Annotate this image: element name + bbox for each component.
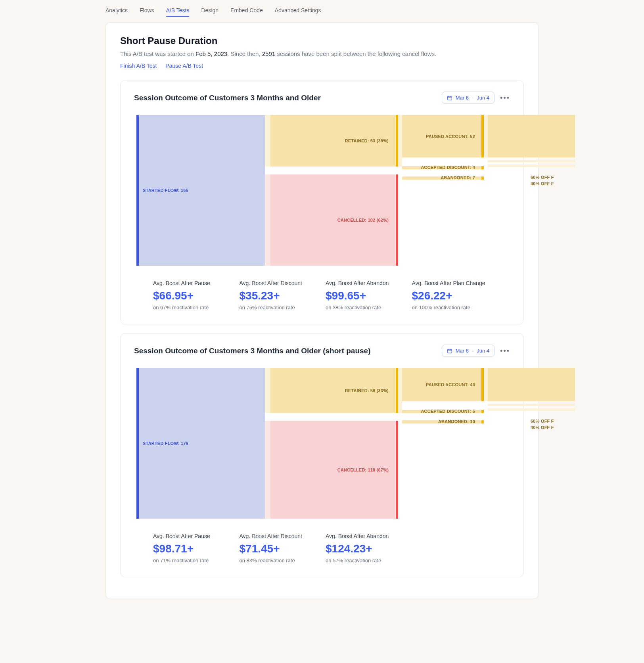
boost-label: Avg. Boost After Pause	[153, 280, 232, 286]
boost-label: Avg. Boost After Discount	[240, 280, 319, 286]
offer-40-label: 40% OFF F	[531, 181, 554, 186]
boost-stat: Avg. Boost After Discount$35.23+on 75% r…	[240, 280, 319, 310]
retained-label: RETAINED: 63 (38%)	[345, 138, 393, 143]
boost-value: $26.22+	[412, 289, 491, 302]
boost-stat: Avg. Boost After Plan Change$26.22+on 10…	[412, 280, 491, 310]
tail-block	[488, 115, 575, 157]
started-flow-label: STARTED FLOW: 176	[143, 441, 188, 446]
tail-block	[488, 368, 575, 401]
ribbon	[265, 174, 270, 266]
boost-label: Avg. Boost After Plan Change	[412, 280, 491, 286]
session-count: 2591	[262, 50, 275, 57]
boost-value: $35.23+	[240, 289, 319, 302]
sub-suffix: sessions have been split between the fol…	[275, 50, 436, 57]
retained-label: RETAINED: 58 (33%)	[345, 388, 393, 393]
panel-actions: Mar 6 - Jun 4 •••	[442, 345, 510, 357]
tail-ribbon	[488, 160, 575, 162]
boost-stat: Avg. Boost After Pause$66.95+on 67% reac…	[153, 280, 232, 310]
boost-value: $66.95+	[153, 289, 232, 302]
panel-actions: Mar 6 - Jun 4 •••	[442, 92, 510, 104]
calendar-icon	[447, 95, 452, 101]
ribbon	[265, 115, 270, 167]
page-subtitle: This A/B test was started on Feb 5, 2023…	[120, 50, 524, 57]
boost-stat: Avg. Boost After Discount$71.45+on 83% r…	[240, 533, 319, 563]
started-flow-bar	[136, 115, 139, 266]
boost-value: $98.71+	[153, 542, 232, 555]
boost-label: Avg. Boost After Pause	[153, 533, 232, 539]
boost-value: $99.65+	[326, 289, 405, 302]
boost-label: Avg. Boost After Abandon	[326, 280, 405, 286]
abandoned-bar	[481, 420, 484, 423]
ribbon	[265, 368, 270, 413]
tab-embed-code[interactable]: Embed Code	[230, 7, 263, 17]
cancelled-bar	[396, 174, 398, 266]
ribbon	[484, 115, 488, 157]
tab-flows[interactable]: Flows	[140, 7, 154, 17]
accepted-discount-label: ACCEPTED DISCOUNT: 5	[421, 409, 479, 414]
page-title: Short Pause Duration	[120, 35, 524, 46]
date-range-picker[interactable]: Mar 6 - Jun 4	[442, 92, 494, 104]
boost-stat: Avg. Boost After Abandon$124.23+on 57% r…	[326, 533, 405, 563]
date-from: Mar 6	[456, 95, 469, 101]
abandoned-label: ABANDONED: 7	[441, 175, 479, 180]
boost-grid-a: Avg. Boost After Pause$66.95+on 67% reac…	[153, 280, 491, 310]
date-to: Jun 4	[477, 95, 489, 101]
sankey-chart-b: STARTED FLOW: 176RETAINED: 58 (33%)CANCE…	[134, 368, 510, 519]
sub-mid: . Since then,	[227, 50, 262, 57]
paused-account-label: PAUSED ACCOUNT: 43	[426, 382, 479, 387]
tail-ribbon	[488, 408, 575, 411]
boost-grid-b: Avg. Boost After Pause$98.71+on 71% reac…	[153, 533, 491, 563]
boost-sub: on 75% reactivation rate	[240, 305, 319, 310]
cancelled-bar	[396, 421, 398, 519]
tab-analytics[interactable]: Analytics	[105, 7, 128, 17]
boost-stat: Avg. Boost After Pause$98.71+on 71% reac…	[153, 533, 232, 563]
date-dash: -	[472, 95, 473, 101]
tab-advanced-settings[interactable]: Advanced Settings	[275, 7, 321, 17]
date-range-picker[interactable]: Mar 6 - Jun 4	[442, 345, 494, 357]
cancelled-label: CANCELLED: 102 (62%)	[337, 218, 393, 222]
abandoned-label: ABANDONED: 10	[438, 419, 479, 424]
ribbon	[265, 421, 270, 519]
tab-ab-tests[interactable]: A/B Tests	[166, 7, 190, 17]
sankey-chart-a: STARTED FLOW: 165RETAINED: 63 (38%)CANCE…	[134, 115, 510, 266]
started-flow-bar	[136, 368, 139, 519]
boost-sub: on 83% reactivation rate	[240, 558, 319, 563]
action-links: Finish A/B Test Pause A/B Test	[120, 63, 524, 69]
ribbon	[398, 115, 402, 167]
boost-value: $71.45+	[240, 542, 319, 555]
paused-account-label: PAUSED ACCOUNT: 52	[426, 134, 479, 139]
boost-sub: on 71% reactivation rate	[153, 558, 232, 563]
panel-variant-a: Session Outcome of Customers 3 Months an…	[120, 80, 524, 324]
date-to: Jun 4	[477, 348, 489, 354]
main-card: Short Pause Duration This A/B test was s…	[105, 22, 539, 599]
tail-ribbon	[488, 404, 575, 406]
svg-rect-1	[447, 349, 452, 353]
more-menu-icon[interactable]: •••	[500, 94, 510, 102]
ribbon	[398, 368, 402, 413]
tail-ribbon	[488, 165, 575, 167]
finish-ab-test-link[interactable]: Finish A/B Test	[120, 63, 157, 69]
accepted-discount-bar	[481, 410, 484, 413]
pause-ab-test-link[interactable]: Pause A/B Test	[165, 63, 203, 69]
panel-title: Session Outcome of Customers 3 Months an…	[134, 94, 321, 102]
date-dash: -	[472, 348, 473, 354]
sub-prefix: This A/B test was started on	[120, 50, 196, 57]
start-date: Feb 5, 2023	[196, 50, 227, 57]
abandoned-bar	[481, 176, 484, 180]
tabs: Analytics Flows A/B Tests Design Embed C…	[105, 0, 539, 22]
boost-sub: on 57% reactivation rate	[326, 558, 405, 563]
more-menu-icon[interactable]: •••	[500, 347, 510, 354]
cancelled-label: CANCELLED: 118 (67%)	[337, 468, 393, 472]
started-flow-label: STARTED FLOW: 165	[143, 188, 188, 193]
calendar-icon	[447, 348, 452, 354]
tab-design[interactable]: Design	[201, 7, 218, 17]
offer-40-label: 40% OFF F	[531, 425, 554, 430]
offer-60-label: 60% OFF F	[531, 175, 554, 180]
boost-sub: on 38% reactivation rate	[326, 305, 405, 310]
boost-label: Avg. Boost After Discount	[240, 533, 319, 539]
date-from: Mar 6	[456, 348, 469, 354]
boost-value: $124.23+	[326, 542, 405, 555]
panel-variant-b: Session Outcome of Customers 3 Months an…	[120, 333, 524, 577]
boost-stat: Avg. Boost After Abandon$99.65+on 38% re…	[326, 280, 405, 310]
ribbon	[484, 368, 488, 401]
